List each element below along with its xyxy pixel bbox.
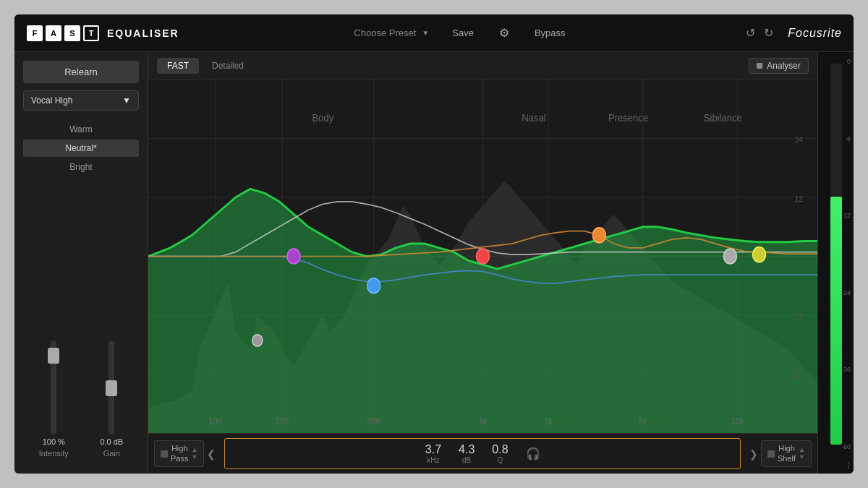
gain-slider-group: 0.0 dB Gain — [100, 341, 123, 458]
svg-text:-24: -24 — [792, 371, 803, 380]
gain-label: Gain — [103, 449, 120, 458]
eq-area: FAST Detailed Analyser — [148, 52, 817, 474]
style-bright[interactable]: Bright — [23, 158, 139, 176]
redo-button[interactable]: ↻ — [764, 26, 773, 40]
save-button[interactable]: Save — [446, 25, 480, 41]
logo-s: S — [64, 25, 80, 41]
eq-canvas-container[interactable]: Body Nasal Presence Sibilance 24 12 0 -1… — [148, 80, 817, 433]
high-shelf-up-arrow[interactable]: ▲ — [799, 447, 805, 453]
freq-nav-left[interactable]: ❮ — [207, 448, 216, 460]
analyser-button[interactable]: Analyser — [749, 58, 809, 74]
left-panel: Relearn Vocal High ▼ Warm Neutral* Brigh… — [14, 52, 148, 474]
vocal-preset-dropdown[interactable]: Vocal High ▼ — [23, 90, 139, 111]
gain-slider-thumb[interactable] — [106, 380, 117, 396]
intensity-value: 100 % — [43, 437, 65, 446]
vu-meter: 0 -6 -12 -24 -36 -60 ⫶ — [817, 52, 854, 474]
vu-label-6: -6 — [841, 135, 851, 142]
header-center: Choose Preset ▼ Save ⚙ Bypass — [179, 25, 746, 41]
svg-point-14 — [367, 278, 380, 294]
svg-text:-12: -12 — [792, 312, 803, 321]
vu-label-24: -24 — [841, 289, 851, 296]
intensity-slider-group: 100 % Intensity — [39, 341, 69, 458]
vocal-preset-label: Vocal High — [31, 95, 72, 106]
freq-unit: kHz — [427, 456, 439, 464]
focusrite-logo: Focusrite — [788, 27, 842, 40]
freq-info-box: 3.7 kHz 4.3 dB 0.8 Q 🎧 — [224, 438, 741, 469]
preset-label: Choose Preset — [354, 27, 416, 38]
logo-block: F A S T — [26, 25, 100, 41]
gear-icon[interactable]: ⚙ — [497, 26, 511, 40]
analyser-label: Analyser — [767, 61, 801, 71]
intensity-slider-track[interactable] — [51, 341, 56, 435]
preset-dropdown-arrow: ▼ — [422, 29, 429, 37]
high-shelf-arrows: ▲ ▼ — [799, 447, 805, 461]
high-pass-control[interactable]: HighPass ▲ ▼ — [154, 440, 204, 466]
sliders-area: 100 % Intensity 0.0 dB Gain — [23, 183, 139, 465]
vocal-preset-arrow: ▼ — [122, 95, 131, 106]
header-right: ↺ ↻ Focusrite — [746, 26, 842, 40]
svg-text:Sibilance: Sibilance — [704, 111, 742, 124]
header: F A S T EQUALISER Choose Preset ▼ Save ⚙… — [14, 14, 854, 52]
freq-value: 3.7 — [425, 443, 441, 456]
relearn-button[interactable]: Relearn — [23, 61, 139, 83]
high-pass-up-arrow[interactable]: ▲ — [191, 447, 197, 453]
svg-text:Nasal: Nasal — [522, 111, 545, 124]
svg-text:5k: 5k — [639, 416, 647, 427]
freq-nav-right[interactable]: ❯ — [749, 448, 758, 460]
app-container: F A S T EQUALISER Choose Preset ▼ Save ⚙… — [14, 14, 854, 474]
high-pass-indicator — [161, 450, 168, 458]
vu-scale: 0 -6 -12 -24 -36 -60 — [841, 58, 851, 450]
svg-text:Presence: Presence — [608, 111, 648, 124]
high-shelf-indicator — [767, 450, 775, 458]
undo-button[interactable]: ↺ — [746, 26, 755, 40]
intensity-slider-thumb[interactable] — [48, 348, 59, 364]
svg-text:1k: 1k — [479, 416, 488, 427]
style-neutral[interactable]: Neutral* — [23, 140, 139, 157]
db-value: 4.3 — [459, 443, 475, 456]
svg-text:Body: Body — [312, 111, 334, 124]
svg-text:12: 12 — [795, 194, 803, 203]
main-content: Relearn Vocal High ▼ Warm Neutral* Brigh… — [14, 52, 854, 474]
svg-text:24: 24 — [795, 135, 803, 145]
high-shelf-down-arrow[interactable]: ▼ — [799, 454, 805, 461]
bypass-button[interactable]: Bypass — [529, 25, 571, 41]
db-group: 4.3 dB — [459, 443, 475, 464]
vu-label-36: -36 — [841, 366, 851, 373]
gain-value: 0.0 dB — [100, 437, 123, 446]
analyser-indicator — [757, 63, 762, 69]
svg-point-18 — [723, 249, 736, 264]
style-warm[interactable]: Warm — [23, 121, 139, 138]
style-options: Warm Neutral* Bright — [23, 121, 139, 176]
svg-point-16 — [476, 249, 489, 264]
svg-text:100: 100 — [208, 416, 222, 427]
high-shelf-control[interactable]: HighShelf ▲ ▼ — [761, 440, 812, 466]
svg-text:2k: 2k — [544, 416, 553, 427]
intensity-label: Intensity — [39, 449, 69, 458]
q-unit: Q — [498, 456, 503, 464]
q-group: 0.8 Q — [492, 443, 508, 464]
eq-toolbar: FAST Detailed Analyser — [148, 52, 817, 80]
eq-canvas: Body Nasal Presence Sibilance 24 12 0 -1… — [148, 80, 817, 433]
vu-bar-fill — [830, 197, 842, 445]
svg-text:0: 0 — [799, 253, 803, 262]
gain-slider-track[interactable] — [109, 341, 114, 435]
svg-point-17 — [592, 228, 605, 243]
svg-text:200: 200 — [276, 416, 289, 427]
headphone-icon[interactable]: 🎧 — [526, 447, 540, 461]
vu-label-12: -12 — [841, 212, 851, 219]
svg-text:500: 500 — [367, 416, 380, 427]
logo-a: A — [46, 25, 61, 41]
preset-selector[interactable]: Choose Preset ▼ — [354, 27, 429, 38]
high-pass-down-arrow[interactable]: ▼ — [191, 454, 197, 461]
logo-f: F — [27, 25, 43, 41]
svg-text:10k: 10k — [731, 416, 744, 427]
high-shelf-label: HighShelf — [778, 444, 796, 463]
svg-point-15 — [252, 335, 263, 346]
q-value: 0.8 — [492, 443, 508, 456]
db-unit: dB — [462, 456, 471, 464]
svg-point-19 — [753, 247, 766, 262]
vu-label-0: 0 — [841, 58, 851, 65]
vu-label-60: -60 — [841, 443, 851, 450]
tab-detailed[interactable]: Detailed — [202, 58, 254, 74]
tab-fast[interactable]: FAST — [157, 58, 199, 74]
